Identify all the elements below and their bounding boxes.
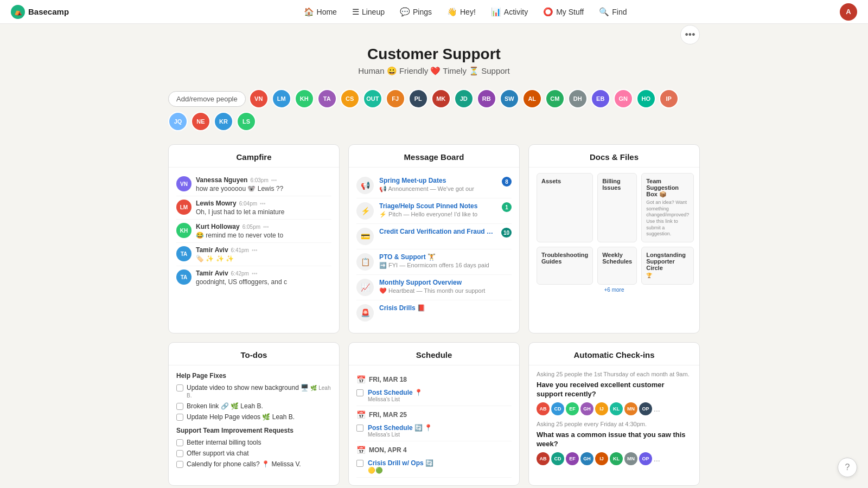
- team-avatar[interactable]: HO: [636, 89, 656, 108]
- schedule-event-title: Post Schedule 🔄 📍: [368, 424, 512, 432]
- team-avatar[interactable]: CS: [340, 89, 360, 108]
- nav-mystuff[interactable]: ⭕ My Stuff: [537, 4, 590, 20]
- doc-item[interactable]: Team Suggestion Box 📦 Got an idea? Want …: [641, 173, 694, 242]
- todo-checkbox[interactable]: [176, 384, 183, 391]
- message-board-item[interactable]: 🚨 Crisis Drills 📕: [356, 300, 512, 325]
- msg-author: Tamir Aviv: [196, 269, 228, 277]
- add-remove-people-button[interactable]: Add/remove people: [168, 91, 246, 107]
- team-avatar[interactable]: IP: [659, 89, 679, 108]
- team-avatar[interactable]: AL: [522, 89, 542, 108]
- team-avatar[interactable]: NE: [191, 112, 210, 131]
- nav-hey[interactable]: 👋 Hey!: [441, 4, 482, 20]
- todo-checkbox[interactable]: [176, 403, 183, 410]
- team-avatar[interactable]: DH: [568, 89, 588, 108]
- schedule-event[interactable]: Post Schedule 📍 Melissa's List: [356, 387, 512, 406]
- schedule-event[interactable]: Post Schedule 🔄 📍 Melissa's List: [356, 422, 512, 441]
- checkin-avatar[interactable]: GH: [580, 452, 593, 465]
- schedule-checkbox[interactable]: [356, 425, 363, 432]
- todo-checkbox[interactable]: [176, 414, 183, 421]
- project-options-button[interactable]: •••: [680, 25, 700, 44]
- checkin-avatar[interactable]: IJ: [595, 452, 608, 465]
- todo-checkbox[interactable]: [176, 461, 183, 468]
- team-avatar[interactable]: CM: [545, 89, 565, 108]
- schedule-checkbox[interactable]: [356, 460, 363, 467]
- checkin-avatar[interactable]: CD: [551, 452, 564, 465]
- team-avatar[interactable]: EB: [591, 89, 610, 108]
- schedule-event[interactable]: Crisis Drill w/ Ops 🔄 🟡🟢: [356, 457, 512, 478]
- doc-title: Assets: [541, 178, 588, 184]
- nav-lineup[interactable]: ☰ Lineup: [346, 4, 391, 20]
- help-button[interactable]: ?: [838, 458, 857, 477]
- team-avatar[interactable]: RB: [477, 89, 496, 108]
- message-board-item[interactable]: ⚡ Triage/Help Scout Pinned Notes ⚡ Pitch…: [356, 198, 512, 224]
- nav-pings[interactable]: 💬 Pings: [393, 4, 438, 20]
- doc-item[interactable]: Weekly Schedules: [597, 247, 637, 285]
- msg-options[interactable]: •••: [252, 271, 258, 277]
- doc-item[interactable]: Longstanding Supporter Circle 🏆: [641, 247, 694, 285]
- calendar-icon: 📅: [356, 410, 366, 419]
- message-board-item[interactable]: 📢 Spring Meet-up Dates 📢 Announcement — …: [356, 173, 512, 198]
- todo-checkbox[interactable]: [176, 439, 183, 446]
- checkin-avatar[interactable]: AB: [537, 402, 550, 415]
- todo-text: Broken link 🔗 🌿 Leah B.: [187, 402, 331, 410]
- team-avatar[interactable]: FJ: [386, 89, 405, 108]
- docs-more-link[interactable]: +6 more: [537, 285, 692, 293]
- team-avatar[interactable]: TA: [317, 89, 337, 108]
- message-board-item[interactable]: 📈 Monthly Support Overview ❤️ Heartbeat …: [356, 275, 512, 300]
- team-avatar[interactable]: LM: [272, 89, 291, 108]
- team-avatar[interactable]: MK: [431, 89, 451, 108]
- checkin-avatar[interactable]: IJ: [595, 402, 608, 415]
- nav-links: 🏠 Home ☰ Lineup 💬 Pings 👋 Hey! 📊 Activit…: [91, 4, 840, 20]
- team-avatar[interactable]: JD: [454, 89, 474, 108]
- msg-board-icon: ⚡: [356, 202, 374, 220]
- checkin-avatar[interactable]: AB: [537, 452, 550, 465]
- doc-preview: 🏆: [646, 273, 689, 279]
- checkin-avatar[interactable]: MN: [624, 402, 637, 415]
- team-avatar[interactable]: OUT: [363, 89, 382, 108]
- team-avatar[interactable]: KH: [295, 89, 314, 108]
- checkin-avatar[interactable]: KL: [610, 452, 623, 465]
- checkin-avatar[interactable]: GH: [580, 402, 593, 415]
- checkins-body: Asking 25 people the 1st Thursday of eac…: [529, 365, 699, 478]
- message-board-item[interactable]: 💳 Credit Card Verification and Fraud Con…: [356, 224, 512, 249]
- msg-board-title: Credit Card Verification and Fraud Contr…: [379, 228, 496, 235]
- project-subtitle: Human 😀 Friendly ❤️ Timely ⏳ Support: [168, 66, 700, 76]
- team-avatar[interactable]: GN: [614, 89, 633, 108]
- doc-item[interactable]: Billing Issues: [597, 173, 637, 242]
- checkin-avatar[interactable]: OP: [639, 402, 652, 415]
- todo-checkbox[interactable]: [176, 450, 183, 457]
- checkin-avatar[interactable]: KL: [610, 402, 623, 415]
- team-avatar[interactable]: SW: [500, 89, 519, 108]
- checkin-meta2: Asking 25 people every Friday at 4:30pm.: [537, 421, 692, 427]
- msg-options[interactable]: •••: [252, 247, 258, 253]
- message-board-body: 📢 Spring Meet-up Dates 📢 Announcement — …: [349, 168, 519, 333]
- nav-find[interactable]: 🔍 Find: [592, 4, 633, 20]
- schedule-event-title: Crisis Drill w/ Ops 🔄: [368, 459, 512, 467]
- nav-activity[interactable]: 📊 Activity: [484, 4, 534, 20]
- doc-item[interactable]: Troubleshooting Guides: [537, 247, 593, 285]
- team-avatar[interactable]: PL: [409, 89, 428, 108]
- schedule-event-icons: 🟡🟢: [368, 467, 512, 474]
- user-avatar[interactable]: A: [840, 3, 857, 21]
- checkin-avatar[interactable]: EF: [566, 452, 579, 465]
- message-badge: 10: [501, 228, 512, 237]
- checkin-avatar[interactable]: OP: [639, 452, 652, 465]
- msg-options[interactable]: •••: [260, 201, 266, 207]
- nav-home[interactable]: 🏠 Home: [297, 4, 343, 20]
- schedule-date-header: 📅 FRI, MAR 18: [356, 375, 512, 384]
- team-avatar[interactable]: LS: [237, 112, 256, 131]
- team-avatar[interactable]: VN: [249, 89, 269, 108]
- checkin-avatar[interactable]: MN: [624, 452, 637, 465]
- schedule-checkbox[interactable]: [356, 389, 363, 396]
- team-avatar[interactable]: JQ: [168, 112, 188, 131]
- message-board-item[interactable]: 📋 PTO & Support 🏋 ➡️ FYI — Enormicom off…: [356, 249, 512, 275]
- message-badge: 1: [502, 202, 512, 212]
- doc-item[interactable]: Assets: [537, 173, 593, 242]
- brand-logo[interactable]: ⛺ Basecamp: [11, 5, 69, 19]
- checkin-avatar[interactable]: CD: [551, 402, 564, 415]
- checkin-avatar[interactable]: EF: [566, 402, 579, 415]
- msg-options[interactable]: •••: [263, 224, 269, 230]
- msg-options[interactable]: •••: [271, 177, 277, 183]
- team-avatar[interactable]: KR: [214, 112, 233, 131]
- msg-author: Tamir Aviv: [196, 246, 228, 254]
